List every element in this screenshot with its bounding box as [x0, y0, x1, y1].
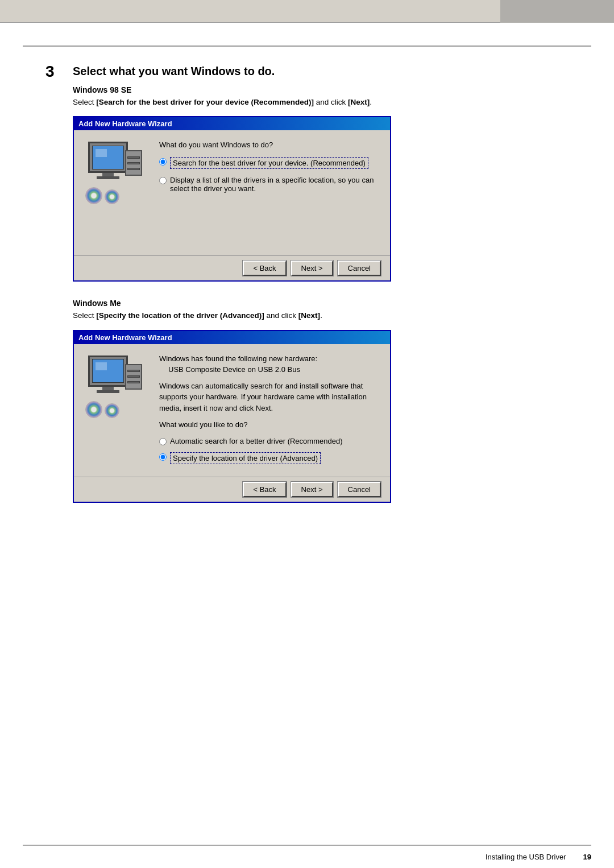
cpu-drive-1c: [127, 168, 140, 170]
cd-disc-2b: [105, 403, 119, 418]
radio-option-2a[interactable]: [159, 438, 167, 445]
wizard-found-text: Windows has found the following new hard…: [159, 354, 379, 363]
footer-row: Installing the USB Driver 19: [0, 846, 614, 868]
wizard-footer-2: < Back Next > Cancel: [74, 477, 390, 502]
cpu-box-1: [125, 150, 142, 176]
monitor-screen-1: [92, 146, 124, 170]
cd-disc-2a: [85, 401, 102, 418]
step-body: Windows 98 SE Select [Search for the bes…: [73, 85, 569, 503]
monitor-stand-2: [97, 390, 119, 393]
instruction-me-period: .: [320, 311, 322, 320]
computer-icon-1: [85, 142, 142, 204]
back-button-2[interactable]: < Back: [243, 482, 286, 497]
monitor-stand-1: [97, 176, 119, 179]
instruction-prefix: Select: [73, 98, 96, 106]
cds-area-1: [85, 187, 119, 204]
monitor-screen-2: [92, 359, 124, 383]
step-header: 3 Select what you want Windows to do.: [45, 64, 569, 80]
cpu-drive-1a: [127, 156, 140, 159]
top-bar: [0, 0, 614, 23]
wizard-question-1: What do you want Windows to do?: [159, 140, 379, 149]
cpu-box-2: [125, 364, 142, 390]
instruction-me-suffix: and click: [264, 311, 298, 320]
wizard-left-panel-2: [74, 344, 154, 477]
wizard-right-panel-1: What do you want Windows to do? Search f…: [154, 130, 390, 255]
cd-disc-1a: [85, 187, 102, 204]
next-button-1[interactable]: Next >: [291, 261, 333, 276]
wizard-option-1b-label: Display a list of all the drivers in a s…: [170, 176, 379, 193]
wizard-question-2: What would you like to do?: [159, 420, 379, 429]
instruction-click: [Next]: [348, 98, 370, 106]
computer-icon-2: [85, 356, 142, 418]
cpu-drive-2a: [127, 370, 140, 372]
radio-option-1a[interactable]: [159, 158, 167, 166]
windowsme-label: Windows Me: [73, 299, 569, 308]
wizard-option-2a[interactable]: Automatic search for a better driver (Re…: [159, 437, 379, 445]
step-number: 3: [45, 64, 63, 80]
instruction-bold: [Search for the best driver for your dev…: [96, 98, 314, 106]
wizard-option-1b[interactable]: Display a list of all the drivers in a s…: [159, 176, 379, 193]
wizard-titlebar-2: Add New Hardware Wizard: [74, 331, 390, 344]
monitor-2: [88, 356, 128, 387]
hardware-name: USB Composite Device on USB 2.0 Bus: [159, 365, 379, 374]
radio-option-2b[interactable]: [159, 453, 167, 461]
wizard-dialog-2: Add New Hardware Wizard: [73, 330, 391, 503]
wizard-option-2b[interactable]: Specify the location of the driver (Adva…: [159, 452, 379, 464]
step-title: Select what you want Windows to do.: [73, 64, 275, 78]
instruction-period: .: [370, 98, 372, 106]
cpu-drive-2b: [127, 375, 140, 378]
wizard-dialog-1: Add New Hardware Wizard: [73, 116, 391, 282]
wizard-right-panel-2: Windows has found the following new hard…: [154, 344, 390, 477]
windowsme-instruction: Select [Specify the location of the driv…: [73, 310, 569, 321]
auto-text: Windows can automatically search for and…: [159, 381, 379, 414]
monitor-1: [88, 142, 128, 173]
wizard-option-1a-label: Search for the best driver for your devi…: [170, 157, 368, 169]
wizard-body-2: Windows has found the following new hard…: [74, 344, 390, 477]
wizard-left-panel-1: [74, 130, 154, 255]
wizard-body-1: What do you want Windows to do? Search f…: [74, 130, 390, 255]
wizard-option-1a[interactable]: Search for the best driver for your devi…: [159, 157, 379, 169]
cd-disc-1b: [105, 189, 119, 204]
next-button-2[interactable]: Next >: [291, 482, 333, 497]
page-footer-area: Installing the USB Driver 19: [0, 845, 614, 868]
wizard-footer-1: < Back Next > Cancel: [74, 255, 390, 280]
page-number: 19: [583, 853, 591, 861]
instruction-suffix: and click: [314, 98, 348, 106]
instruction-me-prefix: Select: [73, 311, 96, 320]
wizard-titlebar-2-label: Add New Hardware Wizard: [78, 333, 172, 342]
cpu-drive-2c: [127, 381, 140, 383]
cpu-drive-1b: [127, 162, 140, 164]
instruction-me-bold: [Specify the location of the driver (Adv…: [96, 311, 264, 320]
main-content: 3 Select what you want Windows to do. Wi…: [0, 47, 614, 543]
cancel-button-1[interactable]: Cancel: [338, 261, 381, 276]
instruction-me-click: [Next]: [298, 311, 320, 320]
wizard-titlebar-1-label: Add New Hardware Wizard: [78, 119, 172, 128]
wizard-option-2b-label: Specify the location of the driver (Adva…: [170, 452, 321, 464]
wizard-option-2a-label: Automatic search for a better driver (Re…: [170, 437, 342, 445]
wizard-titlebar-1: Add New Hardware Wizard: [74, 117, 390, 130]
top-gray-block: [500, 0, 614, 23]
radio-option-1b[interactable]: [159, 177, 167, 184]
windows98-label: Windows 98 SE: [73, 85, 569, 94]
cancel-button-2[interactable]: Cancel: [338, 482, 381, 497]
back-button-1[interactable]: < Back: [243, 261, 286, 276]
footer-text: Installing the USB Driver: [486, 853, 566, 861]
cds-area-2: [85, 401, 119, 418]
windows98-instruction: Select [Search for the best driver for y…: [73, 97, 569, 108]
